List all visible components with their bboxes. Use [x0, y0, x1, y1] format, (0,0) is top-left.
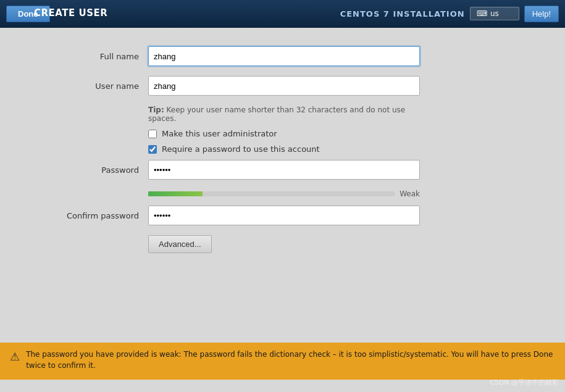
keyboard-selector[interactable]: ⌨ us: [470, 7, 519, 20]
keyboard-icon: ⌨: [477, 9, 487, 18]
full-name-label: Full name: [25, 52, 148, 61]
user-name-label: User name: [25, 81, 148, 91]
strength-bar-wrapper: [148, 191, 395, 196]
admin-checkbox-label[interactable]: Make this user administrator: [148, 129, 277, 138]
strength-bar-fill: [148, 191, 203, 196]
password-input[interactable]: [148, 160, 420, 180]
titlebar-right: CENTOS 7 INSTALLATION ⌨ us Help!: [340, 6, 559, 22]
confirm-password-input[interactable]: [148, 206, 420, 225]
keyboard-layout-label: us: [490, 9, 499, 18]
advanced-row: Advanced...: [25, 235, 540, 253]
warning-icon: ⚠: [10, 350, 20, 363]
user-name-input[interactable]: [148, 76, 420, 96]
tip-row: Tip: Keep your user name shorter than 32…: [25, 106, 540, 123]
full-name-row: Full name: [25, 46, 540, 66]
warning-bar: ⚠ The password you have provided is weak…: [0, 343, 565, 380]
watermark: CSDN @平淡中的精彩: [490, 378, 559, 387]
centos-label: CENTOS 7 INSTALLATION: [340, 9, 465, 19]
advanced-button[interactable]: Advanced...: [148, 235, 212, 253]
user-name-row: User name: [25, 76, 540, 96]
warning-text: The password you have provided is weak: …: [26, 349, 555, 371]
form-area: Full name User name Tip: Keep your user …: [0, 40, 565, 343]
confirm-password-row: Confirm password: [25, 206, 540, 225]
strength-label: Weak: [400, 190, 420, 198]
require-password-checkbox[interactable]: [148, 145, 157, 154]
main-content: Full name User name Tip: Keep your user …: [0, 28, 565, 392]
full-name-input[interactable]: [148, 46, 420, 66]
password-label: Password: [25, 165, 148, 175]
admin-checkbox[interactable]: [148, 130, 157, 138]
help-button[interactable]: Help!: [524, 6, 559, 22]
titlebar: Done CREATE USER CENTOS 7 INSTALLATION ⌨…: [0, 0, 565, 28]
require-password-label[interactable]: Require a password to use this account: [148, 144, 320, 154]
strength-row: Weak: [25, 190, 540, 198]
password-row: Password: [25, 160, 540, 180]
admin-checkbox-row: Make this user administrator: [25, 129, 540, 138]
require-password-row: Require a password to use this account: [25, 144, 540, 154]
confirm-password-label: Confirm password: [25, 211, 148, 220]
strength-container: Weak: [148, 190, 420, 198]
page-title: CREATE USER: [34, 7, 107, 19]
tip-text: Tip: Keep your user name shorter than 32…: [148, 106, 420, 123]
